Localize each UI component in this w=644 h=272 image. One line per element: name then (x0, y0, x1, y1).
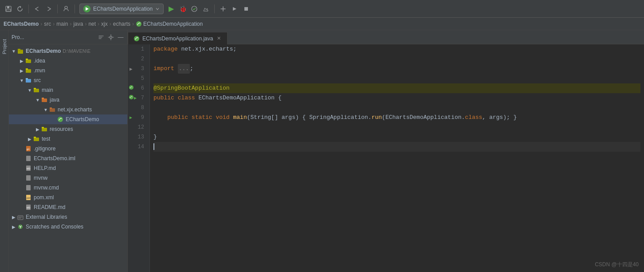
code-line-2 (153, 54, 640, 64)
profile-icon[interactable] (61, 4, 71, 14)
synchronize-icon[interactable] (15, 4, 25, 14)
svg-text:MD: MD (27, 167, 31, 170)
breadcrumb-class[interactable]: EChartsDemoApplication (136, 21, 203, 27)
tree-item-help-md[interactable]: ▶ MD HELP.md (9, 163, 127, 173)
breadcrumb-echarts[interactable]: echarts (113, 21, 130, 27)
separator-3 (75, 4, 75, 13)
svg-point-7 (110, 36, 112, 38)
update-button[interactable] (218, 4, 228, 14)
tree-label-iml: EChartsDemo.iml (34, 155, 75, 162)
svg-rect-20 (50, 108, 55, 112)
panel-settings-icon[interactable] (107, 33, 115, 41)
tree-label-readme-md: README.md (34, 204, 65, 210)
line-num-8: 8 (128, 103, 146, 113)
code-line-3: import ...; (153, 64, 640, 74)
tree-item-main-class[interactable]: ▶ EChartsDemo (9, 114, 127, 124)
tree-item-ext-libs[interactable]: ▶ External Libraries (9, 212, 127, 222)
editor-tab-main[interactable]: EChartsDemoApplication.java ✕ (128, 32, 228, 44)
tree-item-mvn[interactable]: ▶ .mvn (9, 66, 127, 75)
tree-item-main[interactable]: ▼ main (9, 85, 127, 95)
svg-rect-38 (18, 216, 23, 220)
run-config-dropdown[interactable]: EChartsDemoApplication (79, 4, 164, 14)
tree-item-resources[interactable]: ▶ resources (9, 124, 127, 134)
breadcrumb-sep-2: › (53, 21, 55, 27)
breadcrumb-xjx[interactable]: xjx (101, 21, 108, 27)
fold-gutter-3[interactable]: ▶ (130, 66, 133, 72)
svg-rect-9 (18, 49, 20, 50)
run-gutter-7[interactable]: ▶ (134, 95, 137, 101)
tree-item-pom-xml[interactable]: ▶ pom pom.xml (9, 193, 127, 202)
back-icon[interactable] (32, 4, 42, 14)
run-button[interactable]: ▶ (166, 4, 176, 14)
svg-rect-16 (34, 89, 39, 92)
watermark: CSDN @十四是40 (595, 261, 639, 268)
tree-label-mvnw: mvnw (34, 175, 47, 181)
svg-rect-18 (42, 99, 47, 102)
svg-rect-19 (42, 98, 44, 99)
tree-root-path: D:\MAVEN\E (63, 48, 90, 54)
tree-label-help-md: HELP.md (34, 165, 56, 171)
tree-item-iml[interactable]: ▶ EChartsDemo.iml (9, 154, 127, 163)
svg-rect-25 (34, 138, 39, 141)
separator-2 (57, 4, 58, 13)
tab-close-button[interactable]: ✕ (216, 35, 222, 42)
tree-icon-scratches (17, 223, 24, 230)
tree-item-gitignore[interactable]: ▶ git .gitignore (9, 144, 127, 154)
breadcrumb-src[interactable]: src (44, 21, 51, 27)
svg-rect-33 (26, 185, 31, 190)
breadcrumb-main[interactable]: main (56, 21, 68, 27)
line-gutter: 1 2 ▶ 3 5 6 ▶ 7 (128, 44, 150, 272)
svg-point-42 (129, 95, 134, 99)
tree-item-java[interactable]: ▼ java (9, 95, 127, 105)
tree-label-pom-xml: pom.xml (34, 194, 54, 201)
panel-collapse-icon[interactable] (97, 33, 105, 41)
tree-label-src: src (34, 77, 41, 83)
breadcrumb-sep-7: › (132, 21, 134, 27)
tree-arrow-root: ▼ (11, 48, 17, 54)
project-strip-label[interactable]: Project (2, 39, 7, 54)
project-tree: ▼ EChartsDemo D:\MAVEN\E ▶ .idea ▶ (9, 44, 127, 272)
tree-label-idea: .idea (34, 58, 45, 64)
tree-item-idea[interactable]: ▶ .idea (9, 56, 127, 66)
code-editor[interactable]: package net.xjx.echarts; import ...; @Sp… (150, 44, 644, 272)
tree-item-scratches[interactable]: ▶ Scratches and Consoles (9, 222, 127, 232)
tree-item-package[interactable]: ▼ net.xjx.echarts (9, 105, 127, 114)
rerun-button[interactable] (230, 4, 240, 14)
coverage-button[interactable] (189, 4, 199, 14)
tree-label-main-class: EChartsDemo (66, 116, 99, 122)
toolbar-left-icons (4, 4, 77, 14)
main-area: Project Pro... — ▼ EChartsDemo D:\MAVEN\… (0, 30, 644, 272)
tree-item-test[interactable]: ▶ test (9, 134, 127, 144)
tree-item-mvnw-cmd[interactable]: ▶ mvnw.cmd (9, 183, 127, 193)
breadcrumb-net[interactable]: net (88, 21, 96, 27)
tree-arrow-java: ▼ (35, 97, 41, 103)
forward-icon[interactable] (44, 4, 54, 14)
svg-point-22 (58, 117, 63, 122)
panel-minimize-icon[interactable]: — (117, 33, 125, 41)
tree-icon-pkg (49, 106, 56, 113)
debug-button[interactable]: 🐞 (178, 4, 188, 14)
tree-item-readme-md[interactable]: ▶ MD README.md (9, 202, 127, 212)
tree-item-root[interactable]: ▼ EChartsDemo D:\MAVEN\E (9, 46, 127, 56)
tree-item-src[interactable]: ▼ src (9, 75, 127, 85)
build-button[interactable] (201, 4, 211, 14)
breadcrumb-project[interactable]: EChartsDemo (4, 21, 39, 27)
breadcrumb-sep-1: › (40, 21, 42, 27)
run-gutter-9[interactable]: ▶ (130, 115, 132, 120)
tree-item-mvnw[interactable]: ▶ mvnw (9, 173, 127, 183)
tree-icon-main (33, 87, 40, 94)
tree-arrow-mvnw: ▶ (19, 175, 25, 181)
line-num-7: ▶ 7 (128, 93, 146, 103)
tree-icon-gitignore: git (25, 145, 32, 152)
tree-arrow-git: ▶ (19, 146, 25, 152)
line-num-2: 2 (128, 54, 146, 64)
breadcrumb-java[interactable]: java (73, 21, 83, 27)
tree-label-mvnw-cmd: mvnw.cmd (34, 185, 59, 191)
code-line-6: @SpringBootApplication (153, 83, 640, 93)
tree-icon-iml (25, 155, 32, 162)
line-num-6: 6 (128, 83, 146, 93)
svg-rect-17 (34, 88, 36, 89)
code-line-14 (153, 142, 640, 152)
stop-button[interactable] (241, 4, 251, 14)
save-all-icon[interactable] (4, 4, 13, 14)
